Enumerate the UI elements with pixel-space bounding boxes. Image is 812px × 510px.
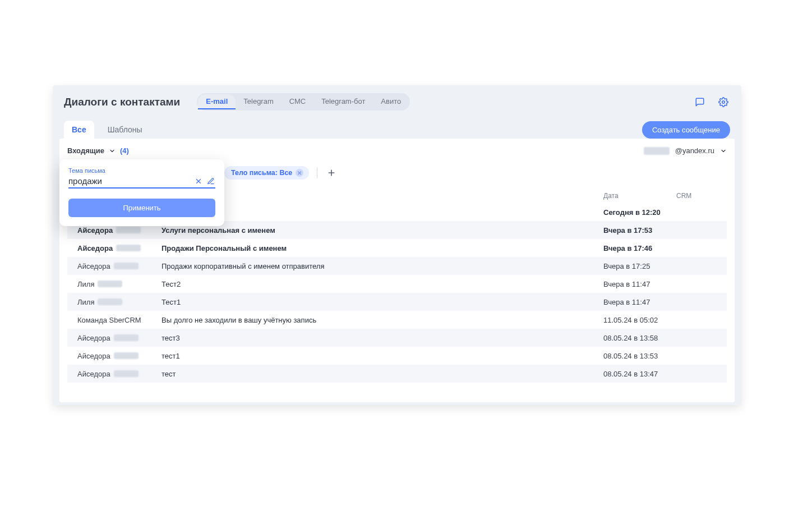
sender-cell: Айседора (77, 370, 162, 378)
date-cell: Вчера в 17:25 (603, 262, 676, 270)
date-cell: Вчера в 11:47 (603, 298, 676, 306)
channel-tab[interactable]: E-mail (198, 94, 236, 109)
subject-filter-input[interactable] (68, 176, 191, 186)
subject-cell: тест3 (162, 334, 603, 342)
clear-input-icon[interactable] (194, 177, 203, 186)
create-message-button[interactable]: Создать сообщение (642, 121, 730, 139)
close-icon[interactable]: ✕ (296, 169, 303, 177)
subject-cell: тест (162, 370, 603, 378)
sender-redacted (114, 263, 139, 269)
sender-name: Лиля (77, 298, 94, 306)
app-card: Диалоги с контактами E-mailTelegramСМСTe… (53, 85, 741, 405)
channel-tab[interactable]: Авито (373, 94, 409, 109)
sender-redacted (114, 352, 139, 359)
date-cell: Вчера в 17:53 (603, 226, 676, 235)
filter-chip-label: Тело письма: Все (231, 169, 292, 177)
add-filter-button[interactable] (325, 167, 338, 179)
view-tab[interactable]: Все (64, 121, 94, 139)
unread-count: (4) (120, 146, 129, 155)
channel-tabs: E-mailTelegramСМСTelegram-ботАвито (197, 93, 410, 111)
date-cell: Вчера в 11:47 (603, 280, 676, 288)
sender-cell: Лиля (77, 280, 162, 288)
sender-name: Айседора (77, 352, 110, 360)
subject-cell: Продажи корпоративный с именем отправите… (162, 262, 603, 270)
chevron-down-icon (720, 148, 727, 154)
subject-cell: Продажи Персональный с именем (162, 244, 603, 252)
sender-cell: Айседора (77, 352, 162, 360)
account-picker[interactable]: @yandex.ru (644, 146, 727, 155)
subject-cell: Услуги персональная с именем (162, 226, 603, 235)
channel-tab[interactable]: Telegram-бот (313, 94, 373, 109)
date-cell: Вчера в 17:46 (603, 244, 676, 252)
table-row[interactable]: Айседоратест08.05.24 в 13:47 (67, 365, 727, 383)
sender-name: Айседора (77, 244, 113, 252)
table-row[interactable]: Айседоратест108.05.24 в 13:53 (67, 347, 727, 365)
sender-name: Айседора (77, 262, 110, 270)
subject-cell: Тест1 (162, 298, 603, 306)
sender-redacted (98, 281, 122, 287)
sender-redacted (114, 370, 139, 377)
subject-cell: общение (162, 208, 603, 217)
channel-tab[interactable]: Telegram (236, 94, 281, 109)
table-row[interactable]: АйседораПродажи корпоративный с именем о… (67, 257, 727, 275)
folder-select[interactable]: Входящие (67, 146, 104, 155)
folder-line: Входящие (4) @yandex.ru (67, 146, 727, 155)
header: Диалоги с контактами E-mailTelegramСМСTe… (53, 85, 741, 116)
subject-cell: тест1 (162, 352, 603, 360)
sender-redacted (114, 334, 139, 341)
table-row[interactable]: ЛиляТест1Вчера в 11:47 (67, 293, 727, 311)
view-tabs: ВсеШаблоны (64, 121, 150, 139)
channel-tab[interactable]: СМС (282, 94, 313, 109)
sender-cell: Айседора (77, 334, 162, 342)
popover-label: Тема письма (68, 167, 215, 174)
sender-cell: Команда SberCRM (77, 316, 162, 324)
sender-name: Лиля (77, 280, 94, 288)
sender-name: Айседора (77, 370, 110, 378)
date-cell: 08.05.24 в 13:58 (603, 334, 676, 342)
page-title: Диалоги с контактами (64, 96, 180, 108)
sender-name: Айседора (77, 334, 110, 342)
sender-redacted (116, 245, 141, 251)
account-name-redacted (644, 147, 670, 155)
subject-filter-popover: Тема письма Применить (59, 159, 224, 226)
table-row[interactable]: АйседораПродажи Персональный с именемВче… (67, 239, 727, 257)
sender-cell: Лиля (77, 298, 162, 306)
account-domain: @yandex.ru (675, 146, 714, 155)
sender-redacted (116, 227, 141, 233)
apply-filter-button[interactable]: Применить (68, 199, 215, 217)
sender-redacted (98, 298, 122, 305)
subject-cell: Тест2 (162, 280, 603, 288)
sender-name: Айседора (77, 226, 113, 235)
view-tab[interactable]: Шаблоны (100, 121, 150, 139)
sender-name: Команда SberCRM (77, 316, 141, 324)
sender-cell: Айседора (77, 226, 162, 235)
svg-point-0 (722, 100, 725, 103)
subject-cell: Вы долго не заходили в вашу учётную запи… (162, 316, 603, 324)
date-cell: Сегодня в 12:20 (603, 208, 676, 217)
gear-icon[interactable] (717, 95, 730, 109)
subheader: ВсеШаблоны Создать сообщение (53, 116, 741, 139)
column-date: Дата (603, 192, 676, 200)
date-cell: 08.05.24 в 13:47 (603, 370, 676, 378)
page-frame: Диалоги с контактами E-mailTelegramСМСTe… (19, 7, 793, 489)
column-crm: CRM (676, 192, 721, 200)
chat-icon[interactable] (693, 95, 707, 109)
edit-icon[interactable] (206, 177, 215, 186)
filter-chip-body[interactable]: Тело письма: Все ✕ (224, 166, 309, 180)
date-cell: 08.05.24 в 13:53 (603, 352, 676, 360)
divider (317, 167, 317, 178)
date-cell: 11.05.24 в 05:02 (603, 316, 676, 324)
sender-cell: Айседора (77, 244, 162, 252)
table-row[interactable]: Айседоратест308.05.24 в 13:58 (67, 329, 727, 347)
table-row[interactable]: ЛиляТест2Вчера в 11:47 (67, 275, 727, 293)
chevron-down-icon[interactable] (109, 148, 116, 154)
table-row[interactable]: Команда SberCRMВы долго не заходили в ва… (67, 311, 727, 329)
sender-cell: Айседора (77, 262, 162, 270)
